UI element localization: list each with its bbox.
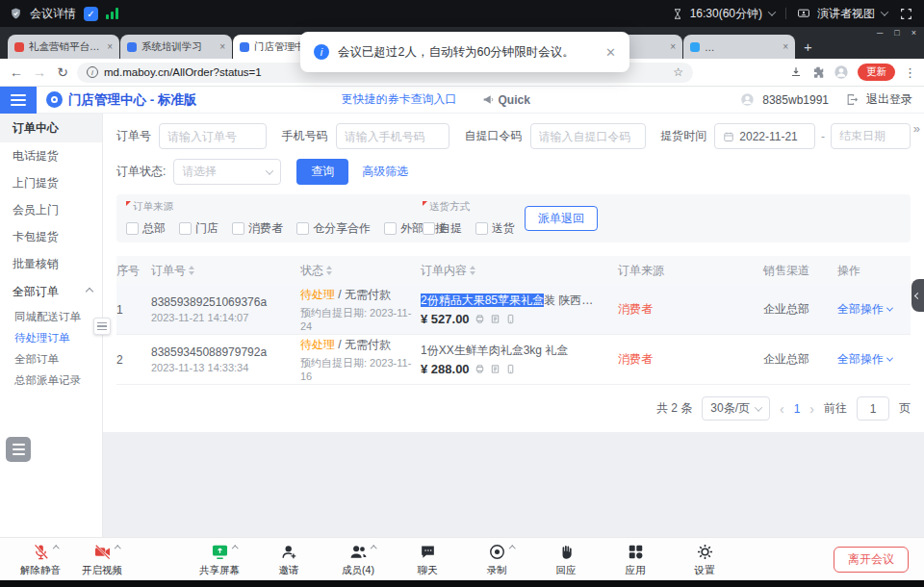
fullscreen-icon[interactable] xyxy=(900,8,912,20)
note-icon[interactable] xyxy=(490,364,500,374)
members-button[interactable]: 成员(4) xyxy=(335,542,381,577)
order-no-value[interactable]: 83859389251069376a xyxy=(151,295,300,309)
downloads-icon[interactable] xyxy=(789,65,803,79)
checkbox-icon[interactable] xyxy=(179,222,192,235)
record-button[interactable]: 录制 xyxy=(474,542,520,577)
username[interactable]: 8385wb1991 xyxy=(762,93,829,107)
sidebar-subitem-all-orders[interactable]: 全部订单 xyxy=(0,348,102,370)
back-icon[interactable]: ← xyxy=(8,64,25,80)
checkbox-icon[interactable] xyxy=(126,222,139,235)
checkbox-icon[interactable] xyxy=(423,222,435,235)
order-status-select[interactable]: 请选择 xyxy=(173,159,281,185)
sidebar-subitem-city-delivery[interactable]: 同城配送订单 xyxy=(0,306,102,327)
sidebar-item-batch-verify[interactable]: 批量核销 xyxy=(0,250,102,277)
order-no-input[interactable] xyxy=(159,123,267,149)
share-screen-button[interactable]: 共享屏幕 xyxy=(196,542,243,577)
all-actions-dropdown[interactable]: 全部操作 xyxy=(837,301,911,318)
browser-tab[interactable]: 礼盒营销平台管理中心 × xyxy=(8,35,119,59)
coupon-query-link[interactable]: 更快捷的券卡查询入口 xyxy=(342,91,457,108)
checkbox-icon[interactable] xyxy=(232,222,244,235)
bookmark-star-icon[interactable]: ☆ xyxy=(673,65,683,79)
sidebar-item-phone-pickup[interactable]: 电话提货 xyxy=(0,142,102,169)
phone-input[interactable] xyxy=(336,123,449,149)
share-options-caret[interactable] xyxy=(232,546,238,551)
apps-button[interactable]: 应用 xyxy=(612,542,658,577)
chat-button[interactable]: 聊天 xyxy=(404,542,450,577)
checkbox-delivery-deliver[interactable]: 送货 xyxy=(475,220,515,237)
advanced-filter-link[interactable]: 高级筛选 xyxy=(362,164,408,180)
refresh-icon[interactable]: ↻ xyxy=(54,64,71,80)
browser-menu-icon[interactable]: ⋮ xyxy=(904,65,916,80)
browser-tab[interactable]: 系统培训学习 × xyxy=(120,35,232,59)
forward-icon[interactable]: → xyxy=(31,64,48,80)
side-panel-expand-handle[interactable] xyxy=(911,279,924,312)
prev-page-icon[interactable]: ‹ xyxy=(780,401,784,417)
browser-tab[interactable]: … × xyxy=(683,35,795,59)
tab-close-icon[interactable]: × xyxy=(219,41,225,52)
close-icon[interactable]: × xyxy=(911,28,916,38)
toast-close-icon[interactable]: ✕ xyxy=(605,45,616,60)
checkbox-icon[interactable] xyxy=(384,222,397,235)
dispatch-return-button[interactable]: 派单退回 xyxy=(525,206,598,231)
sidebar-item-card-pickup[interactable]: 卡包提货 xyxy=(0,223,102,250)
pickup-code-input[interactable] xyxy=(530,123,646,149)
print-icon[interactable] xyxy=(475,364,485,374)
all-actions-dropdown[interactable]: 全部操作 xyxy=(837,351,911,368)
checkbox-source-consumer[interactable]: 消费者 xyxy=(232,220,283,237)
collapse-filters-icon[interactable]: » xyxy=(913,121,920,136)
sidebar-item-door-pickup[interactable]: 上门提货 xyxy=(0,169,102,196)
view-mode-label[interactable]: 演讲者视图 xyxy=(817,6,875,22)
reaction-button[interactable]: 回应 xyxy=(543,542,589,577)
protection-check-icon[interactable]: ✓ xyxy=(84,7,98,21)
profile-avatar-icon[interactable] xyxy=(834,64,849,80)
tab-close-icon[interactable]: × xyxy=(783,41,788,52)
sidebar-toggle-button[interactable] xyxy=(0,87,37,114)
next-page-icon[interactable]: › xyxy=(809,401,814,417)
checkbox-delivery-selfpickup[interactable]: 自提 xyxy=(423,220,462,237)
order-no-value[interactable]: 83859345088979792a xyxy=(151,345,300,359)
search-button[interactable]: 查询 xyxy=(296,159,348,185)
tab-close-icon[interactable]: × xyxy=(670,41,676,52)
tab-close-icon[interactable]: × xyxy=(107,41,113,52)
quick-menu-float-button[interactable] xyxy=(6,437,31,462)
sort-icons[interactable] xyxy=(326,266,332,275)
col-content[interactable]: 订单内容 xyxy=(421,263,618,279)
leave-meeting-button[interactable]: 离开会议 xyxy=(834,547,909,573)
goto-page-input[interactable] xyxy=(857,396,889,421)
site-info-icon[interactable]: i xyxy=(87,66,98,78)
print-icon[interactable] xyxy=(475,314,485,324)
minimize-icon[interactable]: ─ xyxy=(877,28,883,38)
note-icon[interactable] xyxy=(490,314,500,324)
selected-text[interactable]: 2份精品大果85苹果礼盒 xyxy=(421,294,544,307)
checkbox-source-store[interactable]: 门店 xyxy=(179,220,218,237)
mobile-icon[interactable] xyxy=(505,364,516,374)
record-options-caret[interactable] xyxy=(509,546,515,551)
new-tab-button[interactable]: + xyxy=(804,38,812,55)
view-chevron-icon[interactable] xyxy=(881,8,888,15)
browser-update-button[interactable]: 更新 xyxy=(858,64,895,81)
checkbox-icon[interactable] xyxy=(296,222,309,235)
page-size-select[interactable]: 30条/页 xyxy=(702,396,770,421)
sidebar-subitem-hq-dispatch-log[interactable]: 总部派单记录 xyxy=(0,370,102,391)
extensions-puzzle-icon[interactable] xyxy=(811,65,825,79)
settings-button[interactable]: 设置 xyxy=(681,542,728,577)
quick-entry[interactable]: Quick xyxy=(482,93,530,107)
logout-button[interactable]: 退出登录 xyxy=(866,91,912,108)
members-options-caret[interactable] xyxy=(371,546,376,551)
maximize-icon[interactable]: □ xyxy=(894,28,899,38)
timer-chevron-icon[interactable] xyxy=(768,8,776,15)
sidebar-item-member-visit[interactable]: 会员上门 xyxy=(0,196,102,223)
invite-button[interactable]: 邀请 xyxy=(266,542,312,577)
mobile-icon[interactable] xyxy=(505,314,516,324)
sidebar-group-all-orders[interactable]: 全部订单 xyxy=(0,277,102,306)
sidebar-subitem-pending-orders[interactable]: 待处理订单 xyxy=(0,327,102,348)
table-row[interactable]: 1 83859389251069376a 2023-11-21 14:14:07… xyxy=(116,285,911,335)
col-status[interactable]: 状态 xyxy=(300,263,421,279)
sidebar-collapse-handle[interactable] xyxy=(93,318,111,335)
sort-icons[interactable] xyxy=(470,266,475,275)
current-page[interactable]: 1 xyxy=(794,402,801,416)
meeting-detail-label[interactable]: 会议详情 xyxy=(30,6,76,22)
end-date-input[interactable]: 结束日期 xyxy=(831,123,911,149)
sidebar-section-order-center[interactable]: 订单中心 xyxy=(0,114,102,142)
checkbox-source-hq[interactable]: 总部 xyxy=(126,220,166,237)
